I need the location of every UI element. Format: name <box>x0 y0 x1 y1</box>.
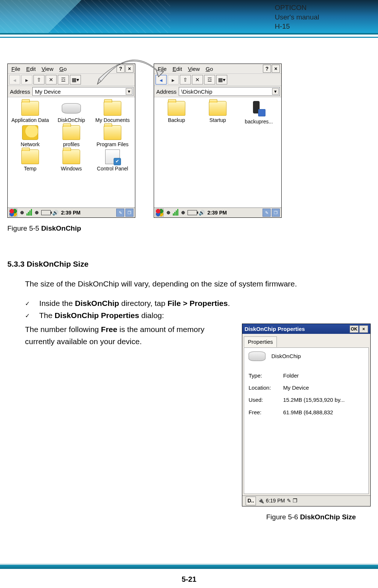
delete-button[interactable]: ✕ <box>46 75 57 84</box>
start-button[interactable] <box>156 209 164 217</box>
folder-backup[interactable]: Backup <box>156 101 197 125</box>
address-label: Address <box>156 89 177 95</box>
figure-5-5-caption: Figure 5-5 DiskOnChip <box>7 224 371 232</box>
battery-icon <box>188 210 197 215</box>
tray-icon[interactable]: 🔊 <box>199 210 205 216</box>
address-dropdown-icon[interactable]: ▼ <box>272 88 279 95</box>
sip-button[interactable]: ✎ <box>287 498 291 504</box>
menu-view[interactable]: View <box>186 65 202 73</box>
tray-icon[interactable] <box>180 210 186 216</box>
step-1: Inside the DiskOnChip directory, tap Fil… <box>25 297 371 310</box>
desktop-button[interactable]: ❐ <box>125 209 133 217</box>
header-line1: OPTICON <box>275 3 319 12</box>
free-memory-note: The number following Free is the amount … <box>25 324 231 347</box>
header-text: OPTICON User's manual H-15 <box>275 3 319 31</box>
tray-icon[interactable] <box>34 210 40 216</box>
address-dropdown-icon[interactable]: ▼ <box>126 88 132 95</box>
diskonchip-properties-dialog: DiskOnChip Properties OK × Properties <box>242 324 371 506</box>
tray-icon[interactable] <box>165 210 171 216</box>
tray-icon[interactable]: 🔌 <box>258 498 264 504</box>
folder-windows[interactable]: Windows <box>51 149 92 172</box>
ok-button[interactable]: OK <box>350 325 359 333</box>
desktop-button[interactable]: ❐ <box>272 209 280 217</box>
sip-button[interactable]: ✎ <box>116 209 124 217</box>
view-mode-button[interactable]: ▦▾ <box>70 75 81 84</box>
close-button[interactable]: × <box>359 325 368 333</box>
clock[interactable]: 2:39 PM <box>61 210 81 216</box>
dialog-title: DiskOnChip Properties <box>245 325 305 333</box>
header-line3: H-15 <box>275 22 319 31</box>
menu-go[interactable]: Go <box>203 65 215 73</box>
nav-forward-button[interactable] <box>168 75 179 84</box>
taskbar-app[interactable]: D.. <box>246 497 256 505</box>
transition-arrow <box>94 55 167 85</box>
battery-icon <box>41 210 51 215</box>
section-intro: The size of the DiskOnChip will vary, de… <box>25 278 371 290</box>
header-line2: User's manual <box>275 12 319 22</box>
help-button[interactable]: ? <box>263 65 271 73</box>
desktop-button[interactable]: ❐ <box>293 498 297 504</box>
folder-icon <box>63 149 80 164</box>
delete-button[interactable]: ✕ <box>192 75 203 84</box>
figure-5-6-caption: Figure 5-6 DiskOnChip Size <box>266 512 371 522</box>
location-value: My Device <box>283 383 309 392</box>
menu-file[interactable]: File <box>9 65 22 73</box>
close-button[interactable]: × <box>272 65 280 73</box>
nav-up-button[interactable]: ⇧ <box>33 75 44 84</box>
footer-band <box>0 564 378 569</box>
sip-button[interactable]: ✎ <box>263 209 271 217</box>
folder-startup[interactable]: Startup <box>197 101 238 125</box>
menu-view[interactable]: View <box>39 65 56 73</box>
menu-edit[interactable]: Edit <box>170 65 184 73</box>
page-number: 5-21 <box>0 575 378 584</box>
signal-icon <box>26 209 32 217</box>
explorer-my-device: File Edit View Go ? × ⇧ ✕ ☲ ▦▾ <box>7 64 135 218</box>
disk-icon <box>249 351 265 361</box>
view-mode-button[interactable]: ▦▾ <box>216 75 227 84</box>
menu-go[interactable]: Go <box>57 65 69 73</box>
folder-icon <box>21 149 39 164</box>
type-label: Type: <box>249 371 277 380</box>
nav-forward-button[interactable] <box>21 75 32 84</box>
tray-icon[interactable] <box>19 210 25 216</box>
used-label: Used: <box>249 396 277 404</box>
disk-icon <box>62 103 81 113</box>
properties-button[interactable]: ☲ <box>58 75 69 84</box>
folder-temp[interactable]: Temp <box>10 149 50 172</box>
prop-name: DiskOnChip <box>271 352 301 360</box>
item-backupres[interactable]: backupres... <box>239 101 279 125</box>
item-control-panel[interactable]: Control Panel <box>92 149 133 172</box>
backup-device-icon <box>252 101 266 117</box>
folder-application-data[interactable]: Application Data <box>10 101 50 123</box>
control-panel-icon <box>105 149 120 164</box>
item-diskonchip[interactable]: DiskOnChip <box>51 101 92 123</box>
toolbar: ⇧ ✕ ☲ ▦▾ <box>154 74 281 86</box>
item-network[interactable]: Network <box>10 125 50 147</box>
address-field[interactable]: \DiskOnChip ▼ <box>179 87 280 96</box>
folder-icon <box>104 125 121 140</box>
nav-up-button[interactable]: ⇧ <box>180 75 191 84</box>
clock[interactable]: 2:39 PM <box>207 210 227 216</box>
menu-edit[interactable]: Edit <box>24 65 38 73</box>
folder-profiles[interactable]: profiles <box>51 125 92 147</box>
step-2: The DiskOnChip Properties dialog: <box>25 310 371 322</box>
nav-back-button[interactable] <box>9 75 20 84</box>
network-icon <box>22 125 38 140</box>
address-value: \DiskOnChip <box>181 89 212 95</box>
type-value: Folder <box>283 371 299 380</box>
address-value: My Device <box>35 89 61 95</box>
folder-my-documents[interactable]: My Documents <box>92 101 133 123</box>
folder-program-files[interactable]: Program Files <box>92 125 133 147</box>
folder-icon <box>168 101 185 116</box>
taskbar: 🔊 2:39 PM ✎ ❐ <box>8 208 135 217</box>
tab-properties[interactable]: Properties <box>244 336 277 347</box>
tray-icon[interactable]: 🔊 <box>52 210 58 216</box>
clock[interactable]: 6:19 PM <box>266 497 285 505</box>
location-label: Location: <box>249 383 277 392</box>
start-button[interactable] <box>9 209 17 217</box>
free-label: Free: <box>249 408 277 416</box>
address-field[interactable]: My Device ▼ <box>32 87 133 96</box>
properties-button[interactable]: ☲ <box>204 75 215 84</box>
address-label: Address <box>9 89 31 95</box>
folder-icon <box>104 101 121 116</box>
